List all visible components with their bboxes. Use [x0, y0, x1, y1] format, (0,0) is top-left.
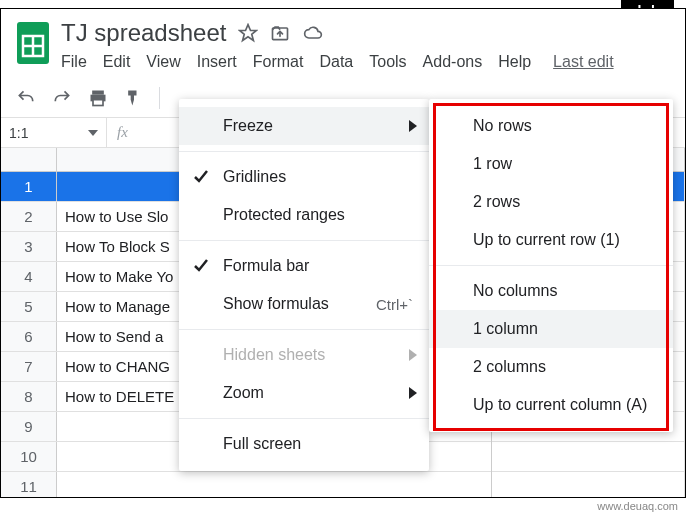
- menu-protected-ranges-label: Protected ranges: [223, 206, 345, 224]
- doc-header-row: TJ spreadsheet: [61, 19, 614, 47]
- menubar: File Edit View Insert Format Data Tools …: [61, 53, 614, 71]
- menu-help[interactable]: Help: [498, 53, 531, 71]
- freeze-no-rows[interactable]: No rows: [429, 107, 673, 145]
- menu-separator: [179, 418, 429, 419]
- menu-separator: [179, 151, 429, 152]
- freeze-no-rows-label: No rows: [473, 117, 532, 135]
- svg-rect-6: [92, 91, 104, 95]
- undo-icon[interactable]: [15, 87, 37, 109]
- chevron-down-icon: [88, 130, 98, 136]
- fx-label: fx: [107, 124, 138, 141]
- menu-data[interactable]: Data: [319, 53, 353, 71]
- menu-full-screen-label: Full screen: [223, 435, 301, 453]
- menu-separator: [429, 265, 673, 266]
- rowhdr-2[interactable]: 2: [1, 202, 57, 231]
- freeze-no-columns[interactable]: No columns: [429, 272, 673, 310]
- rowhdr-3[interactable]: 3: [1, 232, 57, 261]
- freeze-2-rows[interactable]: 2 rows: [429, 183, 673, 221]
- rowhdr-10[interactable]: 10: [1, 442, 57, 471]
- view-menu: Freeze Gridlines Protected ranges Formul…: [179, 99, 429, 471]
- freeze-submenu: No rows 1 row 2 rows Up to current row (…: [429, 99, 673, 432]
- titlebar: TJ spreadsheet File Edit View Insert For…: [1, 9, 685, 71]
- star-icon[interactable]: [238, 23, 258, 43]
- freeze-1-column[interactable]: 1 column: [429, 310, 673, 348]
- menu-separator: [179, 240, 429, 241]
- freeze-2-cols-label: 2 columns: [473, 358, 546, 376]
- name-box[interactable]: 1:1: [1, 118, 107, 147]
- toolbar-divider: [159, 87, 160, 109]
- check-icon: [193, 169, 209, 185]
- rowhdr-5[interactable]: 5: [1, 292, 57, 321]
- menu-hidden-sheets-label: Hidden sheets: [223, 346, 325, 364]
- menu-gridlines-label: Gridlines: [223, 168, 286, 186]
- menu-gridlines[interactable]: Gridlines: [179, 158, 429, 196]
- paint-format-icon[interactable]: [123, 87, 145, 109]
- freeze-up-to-current-row[interactable]: Up to current row (1): [429, 221, 673, 259]
- rowhdr-11[interactable]: 11: [1, 472, 57, 498]
- arrow-right-icon: [409, 349, 417, 361]
- menu-freeze-label: Freeze: [223, 117, 273, 135]
- menu-formula-bar[interactable]: Formula bar: [179, 247, 429, 285]
- rowhdr-8[interactable]: 8: [1, 382, 57, 411]
- rowhdr-7[interactable]: 7: [1, 352, 57, 381]
- freeze-no-cols-label: No columns: [473, 282, 557, 300]
- menu-insert[interactable]: Insert: [197, 53, 237, 71]
- rowhdr-1[interactable]: 1: [1, 172, 57, 201]
- freeze-1-row[interactable]: 1 row: [429, 145, 673, 183]
- menu-formula-bar-label: Formula bar: [223, 257, 309, 275]
- menu-protected-ranges[interactable]: Protected ranges: [179, 196, 429, 234]
- menu-zoom-label: Zoom: [223, 384, 264, 402]
- menu-full-screen[interactable]: Full screen: [179, 425, 429, 463]
- freeze-1-col-label: 1 column: [473, 320, 538, 338]
- print-icon[interactable]: [87, 87, 109, 109]
- app-window: TJ spreadsheet File Edit View Insert For…: [0, 8, 686, 498]
- menu-addons[interactable]: Add-ons: [423, 53, 483, 71]
- freeze-1-row-label: 1 row: [473, 155, 512, 173]
- freeze-up-to-row-label: Up to current row (1): [473, 231, 620, 249]
- menu-hidden-sheets: Hidden sheets: [179, 336, 429, 374]
- row-11[interactable]: 11: [1, 472, 685, 498]
- menu-file[interactable]: File: [61, 53, 87, 71]
- menu-view[interactable]: View: [146, 53, 180, 71]
- cell-a11[interactable]: [57, 472, 685, 498]
- last-edit-link[interactable]: Last edit: [553, 53, 613, 71]
- svg-rect-8: [93, 100, 103, 106]
- menu-edit[interactable]: Edit: [103, 53, 131, 71]
- redo-icon[interactable]: [51, 87, 73, 109]
- freeze-up-to-col-label: Up to current column (A): [473, 396, 647, 414]
- freeze-2-columns[interactable]: 2 columns: [429, 348, 673, 386]
- arrow-right-icon: [409, 120, 417, 132]
- name-box-value: 1:1: [9, 125, 28, 141]
- cloud-icon[interactable]: [302, 23, 322, 43]
- watermark: www.deuaq.com: [597, 500, 678, 512]
- menu-format[interactable]: Format: [253, 53, 304, 71]
- menu-zoom[interactable]: Zoom: [179, 374, 429, 412]
- rowhdr-6[interactable]: 6: [1, 322, 57, 351]
- arrow-right-icon: [409, 387, 417, 399]
- doc-title[interactable]: TJ spreadsheet: [61, 19, 226, 47]
- rowhdr-4[interactable]: 4: [1, 262, 57, 291]
- freeze-2-rows-label: 2 rows: [473, 193, 520, 211]
- menu-show-formulas-accel: Ctrl+`: [376, 296, 413, 313]
- freeze-up-to-current-column[interactable]: Up to current column (A): [429, 386, 673, 424]
- menu-separator: [179, 329, 429, 330]
- check-icon: [193, 258, 209, 274]
- svg-marker-4: [240, 25, 257, 41]
- sheets-icon[interactable]: [15, 20, 51, 70]
- move-icon[interactable]: [270, 23, 290, 43]
- menu-show-formulas-label: Show formulas: [223, 295, 329, 313]
- menu-show-formulas[interactable]: Show formulas Ctrl+`: [179, 285, 429, 323]
- rowhdr-9[interactable]: 9: [1, 412, 57, 441]
- menu-tools[interactable]: Tools: [369, 53, 406, 71]
- select-all-corner[interactable]: [1, 148, 57, 171]
- menu-freeze[interactable]: Freeze: [179, 107, 429, 145]
